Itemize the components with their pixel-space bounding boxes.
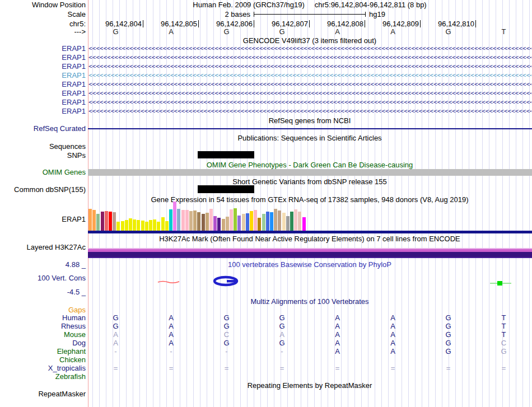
multiz-base-cell: A [387, 348, 399, 355]
multiz-track-title[interactable]: Multiz Alignments of 100 Vertebrates [88, 298, 531, 306]
multiz-base-cell: C [498, 339, 510, 347]
multiz-base-cell: A [165, 339, 178, 347]
multiz-base-cell: - [110, 348, 122, 355]
multiz-base-cell: G [276, 322, 288, 330]
multiz-base-cell: G [498, 348, 510, 355]
multiz-base-cell: A [387, 322, 399, 330]
multiz-species-label-rhesus[interactable]: Rhesus [0, 322, 86, 330]
multiz-base-cell: = [165, 364, 178, 372]
multiz-species-label-gaps[interactable]: Gaps [0, 306, 86, 314]
multiz-base-cell: = [498, 364, 510, 372]
multiz-base-cell: G [276, 339, 288, 347]
multiz-base-cell: T [498, 331, 510, 339]
multiz-base-cell: G [221, 314, 233, 322]
multiz-base-cell: A [387, 339, 399, 347]
multiz-base-cell: A [165, 314, 178, 322]
multiz-base-cell: G [442, 348, 455, 355]
multiz-base-cell: - [276, 348, 288, 355]
multiz-base-cell: G [276, 314, 288, 322]
multiz-base-cell: G [110, 314, 122, 322]
multiz-base-cell: A [276, 331, 288, 339]
multiz-species-label-x_tropicalis[interactable]: X_tropicalis [0, 364, 86, 372]
multiz-base-cell: = [387, 364, 399, 372]
multiz-species-label-chicken[interactable]: Chicken [0, 356, 86, 364]
multiz-base-cell: A [165, 331, 178, 339]
repeatmasker-track-title[interactable]: Repeating Elements by RepeatMasker [88, 382, 531, 390]
multiz-species-label-zebrafish[interactable]: Zebrafish [0, 373, 86, 381]
multiz-base-cell: = [110, 364, 122, 372]
multiz-base-cell: A [165, 322, 178, 330]
multiz-base-cell: A [332, 339, 344, 347]
multiz-base-cell: = [221, 364, 233, 372]
multiz-base-cell: G [442, 314, 455, 322]
multiz-base-cell: = [276, 364, 288, 372]
multiz-base-cell: A [332, 348, 344, 355]
genome-browser-image: Window Position Human Feb. 2009 (GRCh37/… [0, 0, 532, 407]
multiz-base-cell: G [442, 339, 455, 347]
multiz-base-cell: - [165, 348, 178, 355]
multiz-base-cell: A [332, 322, 344, 330]
multiz-base-cell: T [498, 322, 510, 330]
multiz-base-cell: G [442, 322, 455, 330]
multiz-base-cell: G [221, 339, 233, 347]
multiz-base-cell: A [332, 331, 344, 339]
multiz-base-cell: A [110, 339, 122, 347]
multiz-base-cell: A [332, 314, 344, 322]
multiz-species-label-mouse[interactable]: Mouse [0, 331, 86, 339]
multiz-species-label-human[interactable]: Human [0, 314, 86, 322]
multiz-species-label-elephant[interactable]: Elephant [0, 348, 86, 355]
multiz-base-cell: A [110, 331, 122, 339]
multiz-base-cell: G [110, 322, 122, 330]
multiz-species-label-dog[interactable]: Dog [0, 339, 86, 347]
multiz-base-cell: = [442, 364, 455, 372]
multiz-base-cell: C [221, 331, 233, 339]
multiz-base-cell: A [387, 331, 399, 339]
multiz-base-cell: = [332, 364, 344, 372]
multiz-base-cell: - [221, 348, 233, 355]
repeatmasker-label[interactable]: RepeatMasker [0, 390, 86, 398]
multiz-base-cell: G [221, 322, 233, 330]
multiz-base-cell: G [442, 331, 455, 339]
multiz-base-cell: A [387, 314, 399, 322]
multiz-base-cell: T [498, 314, 510, 322]
